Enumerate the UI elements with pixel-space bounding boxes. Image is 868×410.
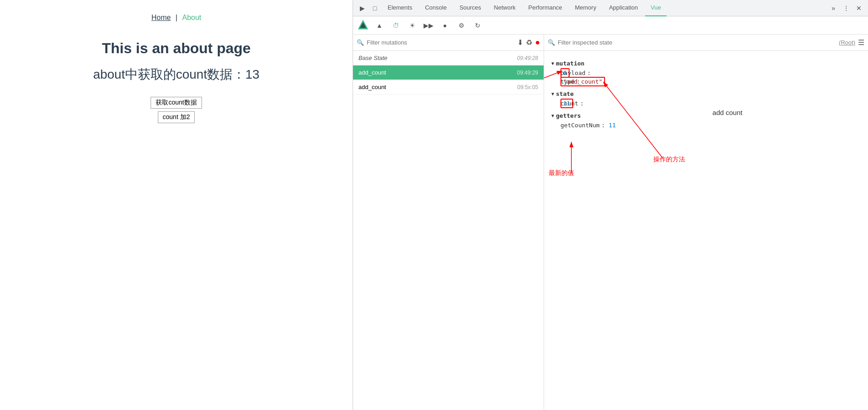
- mutation-section-label: mutation: [556, 60, 585, 67]
- page-heading: This is an about page: [102, 40, 251, 57]
- vue-refresh-btn[interactable]: ↻: [471, 19, 484, 32]
- export-mutations-btn[interactable]: ⬇: [517, 38, 523, 47]
- mutation-time: 09:49:28: [517, 55, 538, 61]
- vue-vuex-btn[interactable]: ●: [439, 19, 451, 32]
- mutation-base-state[interactable]: Base State 09:49:28: [353, 51, 544, 65]
- vue-components-btn[interactable]: ☀: [406, 19, 419, 32]
- state-arrow: ▼: [551, 91, 554, 96]
- state-filter-input[interactable]: [558, 39, 836, 46]
- tab-sources[interactable]: Sources: [454, 0, 487, 16]
- devtools-menu-btn[interactable]: ⋮: [841, 3, 852, 14]
- mutation-add-count-1[interactable]: add_count 09:49:29: [353, 65, 544, 80]
- vue-logo-icon: [357, 19, 369, 32]
- tab-memory[interactable]: Memory: [570, 0, 602, 16]
- count-display: about中获取的count数据：13: [93, 66, 260, 83]
- mutations-items: Base State 09:49:28 add_count 09:49:29 a…: [353, 51, 544, 410]
- tab-vue[interactable]: Vue: [645, 0, 666, 16]
- state-search-icon: 🔍: [548, 39, 555, 46]
- zuixin-label: 最新的值: [549, 169, 574, 177]
- tab-network[interactable]: Network: [489, 0, 521, 16]
- count-prop-value: 11: [560, 99, 573, 108]
- vue-timeline-btn[interactable]: ⏱: [389, 19, 402, 32]
- type-value: "add_count": [560, 77, 605, 86]
- state-inspector: 🔍 (Root) ☰ ▼ mutation payload : 6: [544, 35, 868, 410]
- tab-elements[interactable]: Elements: [382, 0, 418, 16]
- about-link[interactable]: About: [182, 14, 201, 21]
- add-count-label-text: add count: [712, 109, 742, 116]
- vue-toolbar: ▲ ⏱ ☀ ▶▶ ● ⚙ ↻: [353, 16, 868, 35]
- devtools-toolbar: ▶ □ Elements Console Sources Network Per…: [353, 0, 868, 16]
- state-filter-bar: 🔍 (Root) ☰: [544, 35, 868, 51]
- cursor-icon-btn[interactable]: ▶: [357, 3, 368, 14]
- mutation-add-count-2[interactable]: add_count 09:5x:05: [353, 80, 544, 95]
- more-tabs-btn[interactable]: »: [828, 3, 839, 14]
- state-section-header: ▼ state: [551, 90, 861, 97]
- root-label[interactable]: (Root): [839, 39, 855, 46]
- payload-row: payload : 6: [551, 70, 861, 76]
- tab-application[interactable]: Application: [604, 0, 644, 16]
- mutation-time: 09:5x:05: [517, 84, 538, 90]
- type-row: type : "add_count": [551, 78, 861, 85]
- state-section-label: state: [556, 90, 574, 97]
- mutation-name: add_count: [358, 69, 386, 76]
- vue-body: 🔍 ⬇ ♻ ● Base State 09:49:28 add_count 09…: [353, 35, 868, 410]
- vue-router-btn[interactable]: ▶▶: [422, 19, 435, 32]
- nav-separator: |: [176, 14, 177, 21]
- devtools-panel: ▶ □ Elements Console Sources Network Per…: [353, 0, 868, 410]
- tab-performance[interactable]: Performance: [523, 0, 567, 16]
- search-icon: 🔍: [357, 39, 364, 46]
- nav-bar: Home | About: [0, 14, 353, 22]
- mutation-name: add_count: [358, 84, 386, 90]
- add-count-button[interactable]: count 加2: [158, 111, 195, 123]
- mutation-time: 09:49:29: [517, 70, 538, 76]
- vue-inspector-btn[interactable]: ▲: [373, 19, 386, 32]
- mutations-filter-bar: 🔍 ⬇ ♻ ●: [353, 35, 544, 51]
- mutation-arrow: ▼: [551, 61, 554, 66]
- inspect-icon-btn[interactable]: □: [369, 3, 380, 14]
- tab-console[interactable]: Console: [419, 0, 452, 16]
- mutation-section-header: ▼ mutation: [551, 60, 861, 67]
- payload-value: 6: [560, 68, 570, 78]
- devtools-close-btn[interactable]: ✕: [853, 3, 864, 14]
- count-label: about中获取的count数据：: [93, 67, 246, 81]
- app-panel: Home | About This is an about page about…: [0, 0, 353, 410]
- mutations-list: 🔍 ⬇ ♻ ● Base State 09:49:28 add_count 09…: [353, 35, 544, 410]
- get-count-button[interactable]: 获取count数据: [151, 97, 202, 109]
- vue-settings-btn[interactable]: ⚙: [455, 19, 468, 32]
- record-mutations-btn[interactable]: ●: [535, 38, 540, 47]
- caozuo-label: 操作的方法: [653, 155, 685, 164]
- get-count-num-label: getCountNum: [560, 122, 600, 129]
- home-link[interactable]: Home: [151, 14, 171, 21]
- getters-section-label: getters: [556, 112, 581, 119]
- get-count-num-value: 11: [609, 122, 616, 129]
- getters-arrow: ▼: [551, 113, 554, 118]
- clear-mutations-btn[interactable]: ♻: [526, 38, 532, 47]
- count-value: 13: [245, 67, 259, 81]
- mutation-name: Base State: [358, 55, 388, 61]
- filter-settings-btn[interactable]: ☰: [858, 38, 864, 47]
- add-count-annotation: add count: [688, 100, 767, 125]
- mutations-filter-input[interactable]: [367, 39, 515, 46]
